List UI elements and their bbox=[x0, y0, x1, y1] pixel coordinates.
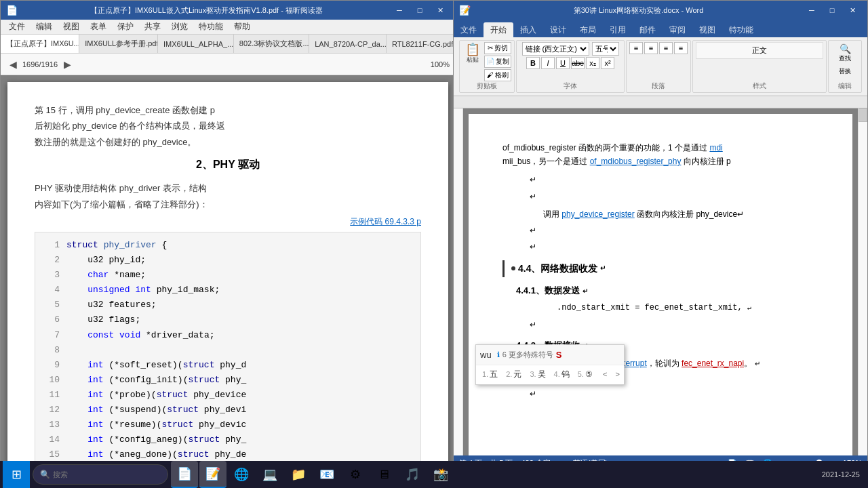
font-name-select[interactable]: 链接 (西文正文) bbox=[522, 42, 589, 56]
word-close-btn[interactable]: ✕ bbox=[843, 4, 862, 16]
paste-button[interactable]: 📋 粘贴 bbox=[462, 42, 483, 81]
pdf-minimize-btn[interactable]: ─ bbox=[390, 4, 409, 16]
pdf-menu-share[interactable]: 共享 bbox=[139, 20, 166, 35]
word-maximize-btn[interactable]: □ bbox=[823, 4, 842, 16]
word-enter-4: ↵ bbox=[530, 240, 818, 255]
pdf-maximize-btn[interactable]: □ bbox=[410, 4, 429, 16]
ime-info: ℹ 6 更多特殊符号 S bbox=[497, 347, 562, 363]
align-right-button[interactable]: ≡ bbox=[659, 42, 673, 54]
ime-nav-prev[interactable]: < bbox=[603, 368, 607, 382]
superscript-button[interactable]: x² bbox=[601, 57, 614, 69]
pdf-titlebar: 📄 【正点原子】IMX6ULL嵌入式Linux驱动开发指南V1.8.pdf - … bbox=[1, 1, 455, 20]
word-enter-3: ↵ bbox=[530, 224, 818, 239]
taskbar-tray: 2021-12-25 bbox=[822, 470, 865, 479]
ribbon-tab-insert[interactable]: 插入 bbox=[513, 22, 543, 37]
pdf-menu-view[interactable]: 视图 bbox=[58, 20, 85, 35]
ribbon-tab-special[interactable]: 特功能 bbox=[722, 22, 760, 37]
pdf-page: 第 15 行，调用 phy_device_create 函数创建 p 后初始化 … bbox=[7, 82, 448, 464]
ribbon-tab-mail[interactable]: 邮件 bbox=[633, 22, 663, 37]
ribbon-tab-file[interactable]: 文件 bbox=[454, 22, 484, 37]
pdf-toolbar: ◀ 1696/1916 ▶ 100% bbox=[1, 54, 455, 75]
taskbar-icon-explorer[interactable]: 📁 bbox=[285, 461, 312, 488]
pdf-menu-special[interactable]: 特功能 bbox=[193, 20, 229, 35]
ime-sougou-icon: S bbox=[556, 347, 562, 363]
font-size-select[interactable]: 五号 bbox=[592, 42, 619, 56]
taskbar-icon-extra2[interactable]: 📸 bbox=[427, 461, 454, 488]
pdf-next-btn[interactable]: ▶ bbox=[60, 58, 74, 71]
taskbar-icon-browser[interactable]: 🌐 bbox=[228, 461, 255, 488]
ime-candidate-5[interactable]: 5.⑤ bbox=[576, 367, 595, 383]
align-left-button[interactable]: ≡ bbox=[629, 42, 643, 54]
ime-candidate-1[interactable]: 1.五 bbox=[480, 367, 500, 383]
ribbon-tab-layout[interactable]: 布局 bbox=[573, 22, 603, 37]
pdf-menu-protect[interactable]: 保护 bbox=[112, 20, 139, 35]
word-scrollbar[interactable] bbox=[858, 108, 867, 455]
format-painter-button[interactable]: 🖌 格刷 bbox=[484, 69, 511, 81]
pdf-prev-btn[interactable]: ◀ bbox=[6, 58, 20, 71]
taskbar-icon-pdf[interactable]: 📄 bbox=[171, 461, 198, 488]
pdf-tab-1[interactable]: 【正点原子】IMX6U... ✕ bbox=[1, 35, 79, 54]
pdf-tab-6[interactable]: RTL8211F-CG.pdf ✕ bbox=[387, 35, 455, 54]
word-left-sidebar bbox=[454, 108, 463, 455]
align-justify-button[interactable]: ≡ bbox=[674, 42, 688, 54]
pdf-tabs: 【正点原子】IMX6U... ✕ IMX6ULL参考手册.pdf ✕ IMX6U… bbox=[1, 35, 455, 54]
pdf-menu-form[interactable]: 表单 bbox=[85, 20, 112, 35]
pdf-tab-5[interactable]: LAN_8720A-CP_da... ✕ bbox=[309, 35, 387, 54]
start-button[interactable]: ⊞ bbox=[3, 461, 30, 488]
ime-candidates: 1.五 2.元 3.吴 4.钨 5.⑤ < > bbox=[476, 365, 624, 384]
pdf-intro-text: 第 15 行，调用 phy_device_create 函数创建 p 后初始化 … bbox=[35, 102, 421, 150]
ime-nav-next[interactable]: > bbox=[616, 368, 620, 382]
word-enter-1: ↵ bbox=[530, 173, 818, 188]
taskbar-icon-extra1[interactable]: 🎵 bbox=[399, 461, 426, 488]
underline-button[interactable]: U bbox=[556, 57, 570, 69]
pdf-code-block: 1struct phy_driver { 2 u32 phy_id; 3 cha… bbox=[35, 232, 421, 464]
ribbon-tab-home[interactable]: 开始 bbox=[484, 22, 513, 37]
taskbar-icon-terminal[interactable]: 🖥 bbox=[370, 461, 397, 488]
pdf-menu-file[interactable]: 文件 bbox=[3, 20, 31, 35]
pdf-menu-edit[interactable]: 编辑 bbox=[31, 20, 58, 35]
ime-candidate-2[interactable]: 2.元 bbox=[504, 367, 524, 383]
ime-candidate-4[interactable]: 4.钨 bbox=[552, 367, 572, 383]
taskbar-icons: 📄 📝 🌐 💻 📁 📧 ⚙ 🖥 🎵 📸 bbox=[171, 461, 454, 488]
pdf-code-label: 示例代码 69.4.3.3 p bbox=[35, 216, 421, 228]
word-minimize-btn[interactable]: ─ bbox=[802, 4, 821, 16]
taskbar-datetime: 2021-12-25 bbox=[822, 470, 860, 479]
cut-button[interactable]: ✂ 剪切 bbox=[484, 42, 511, 54]
pdf-menu-browse[interactable]: 浏览 bbox=[166, 20, 193, 35]
word-document-area[interactable]: of_mdiobus_register 函数的两个重要的功能，1 个是通过 md… bbox=[463, 108, 858, 455]
italic-button[interactable]: I bbox=[541, 57, 555, 69]
ribbon-tab-view[interactable]: 视图 bbox=[692, 22, 722, 37]
bold-button[interactable]: B bbox=[526, 57, 540, 69]
ribbon-tab-review[interactable]: 审阅 bbox=[663, 22, 692, 37]
replace-button[interactable]: 替换 bbox=[836, 66, 854, 77]
ribbon-content: 📋 粘贴 ✂ 剪切 📄 复制 🖌 格刷 剪贴板 链接 (西文正文) bbox=[454, 37, 867, 96]
ime-candidate-3[interactable]: 3.吴 bbox=[528, 367, 547, 383]
pdf-menu-help[interactable]: 帮助 bbox=[229, 20, 256, 35]
taskbar-icon-word[interactable]: 📝 bbox=[199, 461, 226, 488]
styles-gallery[interactable]: 正文 bbox=[696, 42, 823, 59]
pdf-tab-4[interactable]: 802.3标协议文档版... ✕ bbox=[234, 35, 309, 54]
ime-hint-icon: ℹ bbox=[497, 348, 500, 362]
ime-popup[interactable]: wu ℹ 6 更多特殊符号 S 1.五 2.元 3.吴 4.钨 5.⑤ < bbox=[475, 344, 625, 385]
align-center-button[interactable]: ≡ bbox=[644, 42, 658, 54]
subscript-button[interactable]: x₂ bbox=[586, 57, 599, 69]
word-enter-2: ↵ bbox=[530, 190, 818, 205]
find-button[interactable]: 🔍 查找 bbox=[836, 42, 854, 64]
ribbon-tab-design[interactable]: 设计 bbox=[543, 22, 573, 37]
ime-input-text: wu bbox=[480, 347, 492, 363]
ribbon-tab-references[interactable]: 引用 bbox=[603, 22, 633, 37]
pdf-tab-2[interactable]: IMX6ULL参考手册.pdf ✕ bbox=[79, 35, 158, 54]
taskbar-icon-mail[interactable]: 📧 bbox=[313, 461, 340, 488]
taskbar-icon-settings[interactable]: ⚙ bbox=[342, 461, 369, 488]
taskbar-icon-vscode[interactable]: 💻 bbox=[256, 461, 283, 488]
pdf-tab-3[interactable]: IMX6ULL_ALPHA_... ✕ bbox=[158, 35, 234, 54]
taskbar-search[interactable]: 🔍 搜索 bbox=[33, 464, 168, 485]
pdf-close-btn[interactable]: ✕ bbox=[431, 4, 450, 16]
pdf-title: 【正点原子】IMX6ULL嵌入式Linux驱动开发指南V1.8.pdf - 福昕… bbox=[23, 5, 390, 16]
ribbon-group-paragraph: ≡ ≡ ≡ ≡ 段落 bbox=[626, 40, 691, 93]
word-section-44: 4.4、网络数据收发 ↵ bbox=[502, 260, 818, 277]
word-title: 第30讲 Linux网络驱动实验.docx - Word bbox=[475, 5, 802, 16]
pdf-content[interactable]: 第 15 行，调用 phy_device_create 函数创建 p 后初始化 … bbox=[1, 75, 455, 470]
copy-button[interactable]: 📄 复制 bbox=[484, 56, 511, 68]
strikethrough-button[interactable]: abc bbox=[571, 57, 585, 69]
